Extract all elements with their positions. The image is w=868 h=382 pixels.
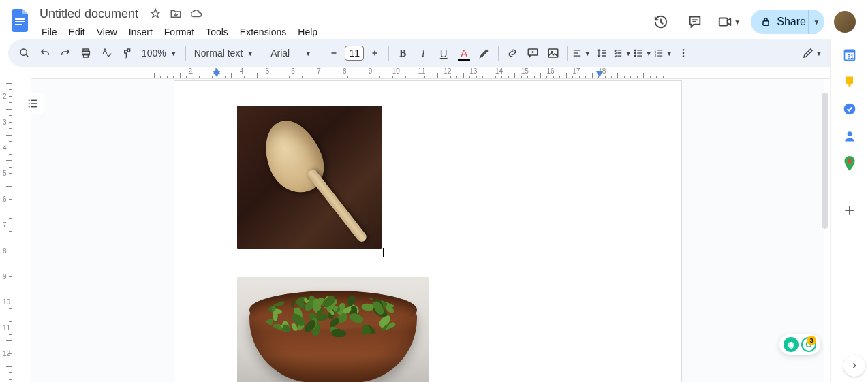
svg-line-8	[26, 54, 28, 57]
italic-icon[interactable]: I	[414, 44, 433, 63]
paint-format-icon[interactable]	[117, 44, 136, 63]
svg-text:3: 3	[655, 54, 657, 58]
horizontal-ruler[interactable]: 123456789101112131415161718	[31, 67, 830, 79]
svg-point-38	[29, 103, 30, 104]
font-dropdown[interactable]: Arial▼	[266, 44, 315, 63]
share-dropdown[interactable]: ▼	[808, 10, 824, 34]
meet-button[interactable]: ▼	[717, 10, 741, 34]
scrollbar-thumb[interactable]	[822, 93, 828, 229]
separator	[567, 46, 568, 61]
menu-edit[interactable]: Edit	[64, 24, 90, 40]
contacts-icon[interactable]	[843, 129, 856, 143]
separator	[796, 46, 796, 61]
side-panel: 31	[830, 39, 868, 382]
maps-icon[interactable]	[843, 157, 856, 170]
add-comment-icon[interactable]	[523, 44, 542, 63]
menu-bar: File Edit View Insert Format Tools Exten…	[37, 23, 649, 41]
svg-point-7	[20, 49, 27, 55]
calendar-icon[interactable]: 31	[843, 48, 856, 61]
hide-side-panel-icon[interactable]	[843, 355, 865, 377]
spellcheck-icon[interactable]	[97, 44, 116, 63]
svg-point-48	[848, 159, 852, 163]
separator	[262, 46, 262, 61]
editing-mode-dropdown[interactable]: ▼	[802, 44, 822, 63]
font-size-input[interactable]	[345, 46, 364, 61]
menu-tools[interactable]: Tools	[201, 24, 233, 40]
account-avatar[interactable]	[834, 11, 856, 33]
svg-rect-6	[763, 21, 769, 26]
line-spacing-icon[interactable]	[592, 44, 611, 63]
separator	[185, 46, 186, 61]
numbered-list-dropdown[interactable]: 123▼	[653, 44, 672, 63]
paragraph-style-dropdown[interactable]: Normal text▼	[190, 44, 258, 63]
undo-icon[interactable]	[35, 44, 55, 63]
svg-point-40	[29, 106, 30, 108]
svg-point-25	[635, 55, 636, 57]
separator	[388, 46, 389, 61]
star-icon[interactable]	[149, 7, 161, 20]
menu-extensions[interactable]: Extensions	[235, 24, 291, 40]
svg-rect-1	[15, 21, 25, 22]
menu-view[interactable]: View	[92, 24, 122, 40]
svg-rect-43	[844, 50, 854, 52]
document-canvas[interactable]	[31, 79, 824, 382]
menu-insert[interactable]: Insert	[124, 24, 157, 40]
grammarly-suggestion-count: 3	[807, 336, 816, 345]
search-menus-icon[interactable]	[15, 44, 34, 63]
separator	[828, 46, 828, 61]
svg-rect-2	[15, 24, 22, 25]
svg-point-35	[683, 55, 685, 57]
keep-icon[interactable]	[843, 75, 856, 89]
menu-help[interactable]: Help	[293, 24, 322, 40]
svg-rect-5	[719, 18, 728, 26]
svg-point-21	[635, 50, 636, 51]
grammarly-widget[interactable]: ◉ G 3	[779, 334, 820, 355]
toolbar: 100%▼ Normal text▼ Arial▼ B I U A ▼ ▼ ▼ …	[8, 39, 860, 67]
share-label: Share	[777, 16, 806, 28]
image-wooden-spoon[interactable]	[237, 106, 382, 249]
vertical-ruler[interactable]: 23456789101112	[0, 79, 12, 382]
print-icon[interactable]	[76, 44, 95, 63]
comments-icon[interactable]	[683, 10, 707, 34]
bold-icon[interactable]: B	[393, 44, 412, 63]
redo-icon[interactable]	[56, 44, 75, 63]
zoom-dropdown[interactable]: 100%▼	[138, 44, 181, 63]
decrease-font-size-icon[interactable]	[324, 44, 343, 63]
more-tools-icon[interactable]	[674, 44, 693, 63]
svg-text:31: 31	[847, 53, 854, 60]
separator	[498, 46, 499, 61]
highlight-icon[interactable]	[475, 44, 494, 63]
svg-point-36	[29, 99, 30, 101]
increase-font-size-icon[interactable]	[365, 44, 384, 63]
checklist-dropdown[interactable]: ▼	[613, 44, 632, 63]
bulleted-list-dropdown[interactable]: ▼	[633, 44, 652, 63]
menu-file[interactable]: File	[37, 24, 62, 40]
share-button[interactable]: Share	[751, 10, 817, 34]
menu-format[interactable]: Format	[159, 24, 199, 40]
docs-logo[interactable]	[8, 8, 33, 33]
cloud-status-icon[interactable]	[190, 7, 202, 20]
svg-point-47	[847, 131, 852, 136]
text-color-icon[interactable]: A	[454, 44, 474, 63]
svg-rect-45	[848, 84, 850, 86]
grammarly-status-icon[interactable]: G 3	[801, 337, 816, 352]
svg-rect-0	[15, 18, 25, 20]
align-dropdown[interactable]: ▼	[572, 44, 591, 63]
svg-point-33	[683, 49, 685, 51]
page[interactable]	[174, 80, 682, 382]
get-addons-icon[interactable]	[843, 204, 856, 217]
underline-icon[interactable]: U	[434, 44, 453, 63]
history-icon[interactable]	[649, 10, 673, 34]
document-outline-icon[interactable]	[22, 93, 44, 114]
svg-point-34	[683, 52, 685, 54]
separator	[841, 187, 858, 187]
insert-image-icon[interactable]	[544, 44, 563, 63]
document-title[interactable]: Untitled document	[37, 5, 141, 22]
image-wooden-bowl[interactable]	[237, 277, 429, 382]
grammarly-power-icon[interactable]: ◉	[784, 337, 799, 352]
tasks-icon[interactable]	[843, 102, 856, 116]
svg-rect-11	[84, 54, 89, 57]
svg-point-23	[635, 52, 636, 54]
insert-link-icon[interactable]	[503, 44, 522, 63]
move-icon[interactable]	[170, 7, 182, 20]
